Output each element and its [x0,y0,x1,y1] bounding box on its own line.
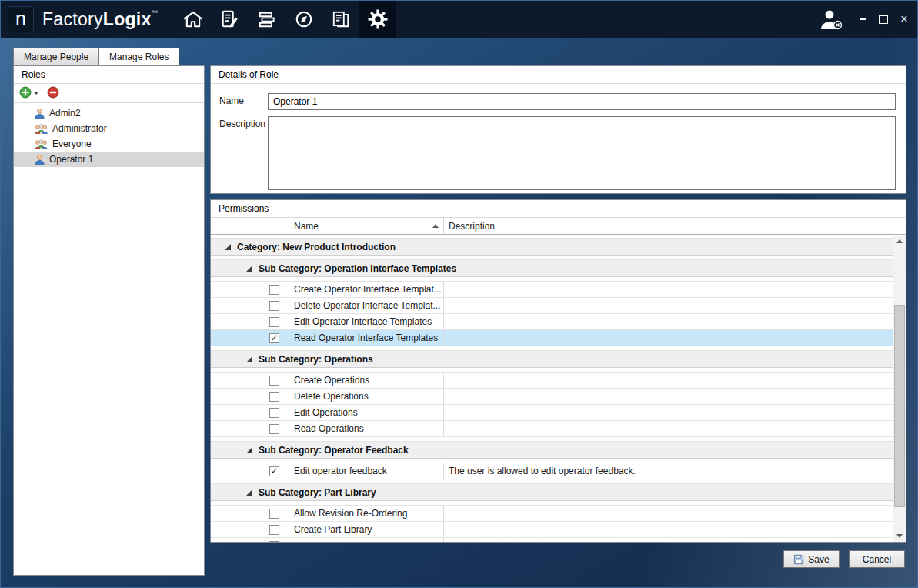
collapse-triangle-icon[interactable] [246,489,252,496]
app-logo-icon: n [8,6,34,32]
user-status-icon[interactable] [819,8,843,30]
save-button[interactable]: Save [783,550,840,568]
permission-checkbox[interactable] [269,392,279,402]
scrollbar-thumb[interactable] [894,305,905,507]
brand-bold: Logix [103,9,152,29]
permission-row[interactable]: Create Operator Interface Templat... [211,281,893,298]
permission-desc-cell [444,405,893,420]
permission-checkbox[interactable] [269,408,279,418]
permission-checkbox[interactable] [269,424,279,434]
permission-row[interactable]: Create Part Library [211,522,893,538]
permission-name-cell: Delete Operator Interface Templat... [289,298,444,313]
permission-name-cell: Edit Operations [289,405,444,420]
role-item[interactable]: Administrator [14,121,204,136]
row-indent [211,389,259,404]
roles-panel-title: Roles [14,66,204,84]
description-column-header[interactable]: Description [444,218,893,234]
subcategory-header-row[interactable]: Sub Category: Operator Feedback [211,441,893,459]
role-label: Operator 1 [49,154,93,165]
permission-checkbox[interactable] [269,376,279,386]
scroll-down-icon[interactable] [893,530,906,542]
permission-row[interactable]: Delete Operator Interface Templat... [211,298,893,314]
role-item[interactable]: Operator 1 [14,152,204,167]
permission-row[interactable]: Edit Operator Interface Templates [211,314,893,330]
permissions-panel-title: Permissions [211,200,906,218]
permission-checkbox[interactable] [269,541,279,543]
work-instructions-icon[interactable] [212,1,249,38]
permission-desc-cell [444,373,893,388]
permission-row[interactable]: Create Operations [211,372,893,389]
row-indent [211,506,259,521]
subcategory-header-row[interactable]: Sub Category: Operations [211,350,893,368]
app-window: n FactoryLogix™ [0,0,918,588]
permission-name-cell: Delete Operations [289,389,444,404]
close-button[interactable] [899,13,910,25]
permission-checkbox[interactable] [269,317,279,327]
add-role-button[interactable] [19,86,38,101]
settings-icon[interactable] [359,1,396,38]
permission-checkbox[interactable] [269,525,279,535]
row-indent [211,405,259,420]
collapse-triangle-icon[interactable] [246,356,252,362]
row-indent [211,298,259,313]
permission-name-cell: Allow Revision Re-Ordering [289,506,444,521]
row-indent [211,522,259,537]
subcategory-header-row[interactable]: Sub Category: Part Library [211,483,893,501]
sort-ascending-icon [432,224,439,228]
collapse-triangle-icon[interactable] [246,447,252,453]
collapse-triangle-icon[interactable] [246,266,252,272]
permission-name-cell: Read Operations [289,421,444,436]
permission-row[interactable]: Read Operations [211,421,893,437]
home-icon[interactable] [175,1,212,38]
description-input[interactable] [268,116,896,190]
checkbox-cell [259,389,289,404]
permission-row[interactable]: Delete Operations [211,389,893,405]
production-icon[interactable] [285,1,322,38]
maximize-button[interactable] [878,13,889,25]
permissions-scrollbar[interactable] [893,236,906,542]
save-icon [793,554,804,565]
checkbox-cell [259,298,289,313]
minimize-button[interactable] [857,13,868,25]
cancel-button[interactable]: Cancel [849,550,905,568]
permission-row[interactable]: Allow Revision Re-Ordering [211,505,893,522]
permission-row[interactable]: Edit Operations [211,405,893,421]
titlebar-right [819,1,910,38]
permission-checkbox[interactable] [269,509,279,519]
category-header-row[interactable]: Category: New Product Introduction [211,238,893,256]
permission-checkbox[interactable] [269,301,279,311]
checkbox-cell [259,506,289,521]
permission-checkbox[interactable] [269,466,279,476]
role-item[interactable]: Admin2 [14,105,204,121]
group-label: Sub Category: Operator Feedback [259,445,409,456]
roles-toolbar [14,84,204,103]
permissions-body: Category: New Product IntroductionSub Ca… [211,236,893,542]
name-input[interactable] [268,93,896,110]
permission-checkbox[interactable] [269,333,279,343]
tab-manage-people[interactable]: Manage People [13,48,99,65]
group-label: Sub Category: Part Library [259,487,376,498]
permission-checkbox[interactable] [269,285,279,295]
permission-row[interactable]: Delete Part Library [211,538,893,542]
details-panel: Details of Role Name Description [210,65,906,194]
checkbox-cell [259,421,289,436]
main-nav [175,1,396,38]
permission-row[interactable]: Edit operator feedbackThe user is allowe… [211,463,893,479]
scroll-up-icon[interactable] [893,236,906,247]
tab-manage-roles[interactable]: Manage Roles [99,48,179,65]
remove-role-button[interactable] [47,86,59,101]
details-panel-title: Details of Role [211,66,906,84]
name-column-header[interactable]: Name [289,218,444,234]
collapse-triangle-icon[interactable] [225,244,231,250]
roles-list: Admin2AdministratorEveryoneOperator 1 [14,103,204,167]
reports-icon[interactable] [322,1,359,38]
add-role-dropdown-icon[interactable] [34,92,38,95]
brand-name: FactoryLogix™ [42,9,158,30]
subcategory-header-row[interactable]: Sub Category: Operation Interface Templa… [211,259,893,277]
role-item[interactable]: Everyone [14,136,204,152]
permission-row[interactable]: Read Operator Interface Templates [211,330,893,346]
row-indent [211,538,259,542]
permission-desc-cell [444,389,893,404]
materials-icon[interactable] [249,1,285,38]
group-label: Category: New Product Introduction [237,242,396,252]
